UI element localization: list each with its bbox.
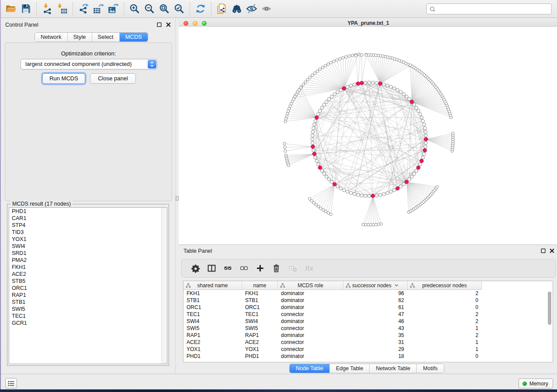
save-session-button[interactable] [18,1,33,16]
cell-shared-name[interactable]: YOX1 [183,346,242,353]
table-row[interactable]: TEC1TEC1connector472 [183,311,482,318]
mcds-result-item[interactable]: SRD1 [9,250,167,257]
cell-successor-nodes[interactable]: 62 [343,297,408,304]
table-close-button[interactable] [549,248,555,254]
cell-predecessor-nodes[interactable]: 1 [408,346,482,353]
unselect-all-button[interactable] [236,262,252,275]
leaf-node[interactable] [287,164,290,167]
leaf-node[interactable] [332,60,335,62]
network-node[interactable] [422,152,426,155]
network-node[interactable] [364,81,367,84]
tab-network[interactable]: Network [35,33,67,41]
network-edge[interactable] [412,87,436,102]
network-node[interactable] [313,123,316,126]
network-canvas[interactable] [179,27,557,245]
network-edge[interactable] [310,184,335,199]
network-node[interactable] [405,95,408,98]
network-node[interactable] [371,81,374,84]
mcds-dominator-node[interactable] [405,180,408,184]
table-row[interactable]: PHD1PHD1dominator180 [183,353,482,360]
mcds-dominator-node[interactable] [424,138,428,141]
network-node[interactable] [399,90,402,93]
network-node[interactable] [415,169,418,172]
cell-predecessor-nodes[interactable]: 2 [408,318,482,325]
cell-shared-name[interactable]: SWI5 [183,325,242,332]
export-network-button[interactable] [76,1,91,16]
network-edge[interactable] [373,196,379,224]
leaf-node[interactable] [409,64,412,66]
leaf-node[interactable] [284,120,287,123]
search-field[interactable] [426,3,552,14]
cell-name[interactable]: SWI5 [242,325,278,332]
column-header-successor-nodes[interactable]: successor nodes [343,281,408,290]
mcds-result-item[interactable]: PMA2 [9,257,167,264]
mcds-result-item[interactable]: SWI5 [9,306,167,313]
mcds-dominator-node[interactable] [333,182,336,186]
cell-MCDS-role[interactable]: connector [278,346,343,353]
network-node[interactable] [318,109,322,112]
network-edge[interactable] [373,196,381,224]
network-node[interactable] [417,109,420,112]
splitter-handle[interactable] [176,196,179,201]
network-edge[interactable] [311,184,335,201]
leaf-node[interactable] [360,54,363,56]
column-header-MCDS-role[interactable]: MCDS role [278,281,343,290]
leaf-node[interactable] [365,54,367,56]
network-node[interactable] [322,172,325,175]
network-node[interactable] [339,89,342,92]
network-node[interactable] [349,84,353,87]
network-node[interactable] [399,185,402,188]
export-table-button[interactable] [91,1,106,16]
cell-shared-name[interactable]: ORC1 [183,304,242,311]
network-node[interactable] [396,89,399,92]
mcds-result-item[interactable]: STP4 [9,222,167,229]
table-row[interactable]: YOX1YOX1connector291 [183,346,482,353]
network-node[interactable] [419,163,422,166]
cell-name[interactable]: FKH1 [242,290,278,297]
network-node[interactable] [320,169,323,172]
network-node[interactable] [312,127,315,130]
mcds-dominator-node[interactable] [311,145,315,148]
network-node[interactable] [424,134,427,137]
mcds-dominator-node[interactable] [360,81,363,85]
cell-name[interactable]: PHD1 [242,353,278,360]
column-layout-button[interactable] [204,262,220,275]
mcds-dominator-node[interactable] [378,82,382,85]
cell-successor-nodes[interactable]: 61 [343,304,408,311]
zoom-selected-button[interactable] [172,1,187,16]
mcds-result-item[interactable]: GCR1 [9,320,167,327]
mcds-result-item[interactable]: ACE2 [9,271,167,278]
network-edge[interactable] [380,65,408,84]
table-row[interactable]: SWI4SWI4dominator462 [183,318,482,325]
network-node[interactable] [356,193,360,196]
network-node[interactable] [420,116,423,119]
mcds-dominator-node[interactable] [371,194,374,198]
network-node[interactable] [353,83,356,86]
network-node[interactable] [402,182,405,186]
leaf-node[interactable] [348,55,350,57]
mcds-list-scrollbar[interactable] [161,208,167,364]
mcds-dominator-node[interactable] [315,116,318,119]
cell-predecessor-nodes[interactable]: 0 [408,353,482,360]
network-edge[interactable] [354,84,380,194]
cell-successor-nodes[interactable]: 43 [343,325,408,332]
mcds-dominator-node[interactable] [312,152,316,155]
table-row[interactable]: SWI5SWI5connector431 [183,325,482,332]
leaf-node[interactable] [336,58,338,61]
cell-shared-name[interactable]: ACE2 [183,339,242,346]
network-node[interactable] [410,175,413,178]
cell-shared-name[interactable]: SWI4 [183,318,242,325]
cell-shared-name[interactable]: STB1 [183,297,242,304]
column-header-shared-name[interactable]: shared name [183,281,242,290]
network-node[interactable] [333,93,336,96]
import-network-button[interactable] [40,1,55,16]
network-node[interactable] [327,97,330,100]
network-node[interactable] [393,87,396,90]
network-node[interactable] [311,138,314,141]
network-node[interactable] [386,84,389,87]
network-node[interactable] [353,193,356,196]
network-node[interactable] [379,193,382,196]
leaf-node[interactable] [317,205,320,208]
network-node[interactable] [311,130,314,133]
network-node[interactable] [336,90,339,93]
